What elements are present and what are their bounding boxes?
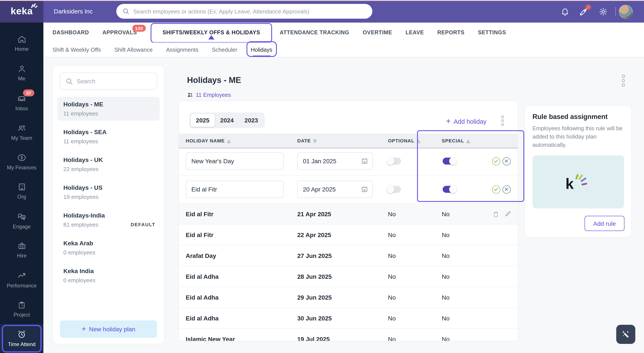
performance-icon: [17, 271, 26, 280]
page-title: Holidays - ME: [187, 76, 241, 85]
keka-logo[interactable]: keka: [0, 0, 44, 23]
brand-text: keka: [11, 6, 33, 17]
rule-panel-description: Employees following this rule will be ad…: [532, 125, 624, 149]
cancel-x-icon[interactable]: [502, 157, 511, 165]
holiday-plan-list: Holidays - ME 11 employees Holidays - SE…: [53, 97, 164, 287]
sidebar-item-project[interactable]: Project: [0, 294, 44, 324]
subtab-holidays[interactable]: Holidays: [250, 43, 272, 57]
employees-count-link[interactable]: 11 Employees: [187, 92, 231, 98]
sort-asc-icon: △: [466, 139, 470, 143]
sidebar-item-home[interactable]: Home: [0, 29, 44, 58]
subtab-scheduler[interactable]: Scheduler: [212, 43, 237, 57]
keka-k-logo: k: [564, 172, 592, 191]
edit-pencil-icon[interactable]: [504, 209, 512, 218]
time-attend-icon: [17, 329, 26, 339]
plan-item-holidays-india[interactable]: Holidays-India 81 employees DEFAULT: [57, 208, 160, 232]
settings-gear-icon[interactable]: [598, 7, 608, 17]
special-toggle-on[interactable]: [443, 186, 456, 193]
tab-leave[interactable]: LEAVE: [406, 30, 424, 36]
subtab-shift-allowance[interactable]: Shift Allowance: [114, 43, 152, 57]
table-row-edit-eid-al-fitr: 20 Apr 2025: [179, 175, 518, 204]
table-row[interactable]: Eid al Fitr 22 Apr 2025 No No: [179, 224, 518, 245]
table-row[interactable]: Eid al Adha 30 Jun 2025 No No: [179, 308, 518, 329]
project-icon: [17, 301, 26, 309]
rule-based-assignment-panel: Rule based assignment Employees followin…: [525, 105, 632, 237]
sidebar-item-hire[interactable]: Hire: [0, 235, 44, 265]
year-tab-2024[interactable]: 2024: [215, 114, 239, 127]
holiday-name-input[interactable]: [186, 181, 284, 198]
plan-item-holidays-sea[interactable]: Holidays - SEA 11 employees: [57, 125, 160, 149]
sidebar-item-my-finances[interactable]: $ My Finances: [0, 147, 44, 176]
global-search-input[interactable]: Search employees or actions (Ex: Apply L…: [116, 4, 372, 19]
year-tab-2025[interactable]: 2025: [190, 114, 215, 127]
holiday-date-input[interactable]: 01 Jan 2025: [297, 152, 373, 170]
tab-attendance-tracking[interactable]: ATTENDANCE TRACKING: [280, 30, 349, 36]
table-row[interactable]: Eid al Adha 29 Jun 2025 No No: [179, 287, 518, 308]
plan-item-keka-arab[interactable]: Keka Arab 0 employees: [57, 236, 160, 260]
sidebar-item-my-team[interactable]: My Team: [0, 117, 44, 147]
hire-icon: [17, 241, 26, 250]
cancel-x-icon[interactable]: [502, 185, 511, 194]
table-row[interactable]: Eid al Adha 28 Jun 2025 No No: [179, 266, 518, 287]
subtab-assignments[interactable]: Assignments: [166, 43, 198, 57]
tab-reports[interactable]: REPORTS: [437, 30, 464, 36]
holiday-date-input[interactable]: 20 Apr 2025: [297, 181, 373, 198]
table-row[interactable]: Islamic New Year 19 Jul 2025 No No: [179, 329, 518, 341]
holiday-name-input[interactable]: [186, 152, 284, 170]
engage-icon: [17, 212, 26, 221]
sidebar-item-time-attend[interactable]: Time Attend: [0, 324, 44, 352]
subtab-shift-weekly-offs[interactable]: Shift & Weekly Offs: [52, 43, 101, 57]
plans-search-input[interactable]: Search: [60, 73, 157, 90]
tab-shifts-weekly-offs-holidays[interactable]: SHIFTS/WEEKLY OFFS & HOLIDAYS: [156, 24, 266, 41]
org-icon: [17, 182, 26, 191]
plan-item-holidays-uk[interactable]: Holidays - UK 22 employees: [57, 152, 160, 176]
calendar-icon: [361, 186, 368, 193]
confirm-check-icon[interactable]: [492, 157, 500, 165]
optional-toggle-off[interactable]: [387, 186, 401, 193]
plans-search-placeholder: Search: [77, 78, 96, 85]
whats-new-rocket-icon[interactable]: [578, 7, 589, 17]
confirm-check-icon[interactable]: [492, 185, 500, 194]
new-holiday-plan-button[interactable]: + New holiday plan: [60, 320, 157, 338]
table-row[interactable]: Eid al Fitr 21 Apr 2025 No No: [179, 204, 518, 224]
sidebar: Home Me 37 Inbox My Team $ My Finances O…: [0, 23, 44, 353]
plan-item-holidays-me[interactable]: Holidays - ME 11 employees: [57, 97, 160, 121]
tab-approvals[interactable]: APPROVALS 120: [102, 30, 137, 36]
plan-options-kebab-menu[interactable]: [622, 75, 625, 86]
rocket-badge-dot: [586, 5, 590, 9]
tab-settings[interactable]: SETTINGS: [478, 30, 506, 36]
search-icon: [66, 78, 73, 85]
table-row[interactable]: Arafat Day 27 Jun 2025 No No: [179, 245, 518, 266]
column-header-date[interactable]: DATE▽: [297, 134, 316, 148]
optional-toggle-off[interactable]: [387, 158, 401, 165]
ai-assistant-wand-button[interactable]: [616, 325, 635, 344]
sort-asc-icon: △: [417, 139, 420, 143]
special-toggle-on[interactable]: [443, 158, 456, 165]
sidebar-item-engage[interactable]: Engage: [0, 206, 44, 235]
sidebar-item-performance[interactable]: Performance: [0, 265, 44, 294]
delete-trash-icon[interactable]: [491, 209, 500, 218]
sidebar-item-me[interactable]: Me: [0, 58, 44, 88]
table-options-kebab-menu[interactable]: [501, 116, 504, 126]
sort-asc-icon: △: [228, 139, 231, 143]
notifications-bell-icon[interactable]: [560, 7, 570, 17]
sidebar-item-inbox[interactable]: 37 Inbox: [0, 88, 44, 117]
tab-dashboard[interactable]: DASHBOARD: [52, 30, 89, 36]
app-window: keka Darksiders Inc Search employees or …: [0, 0, 644, 353]
plan-item-keka-india[interactable]: Keka India 0 employees: [57, 263, 160, 287]
plan-item-holidays-us[interactable]: Holidays - US 19 employees: [57, 180, 160, 204]
user-avatar[interactable]: [619, 5, 633, 19]
search-icon: [122, 8, 129, 15]
holidays-table-card: 2025 2024 2023 + Add holiday HOLIDAY NAM…: [178, 101, 518, 341]
table-row-edit-new-years-day: 01 Jan 2025: [179, 147, 518, 175]
column-header-special[interactable]: SPECIAL△: [442, 134, 470, 148]
column-header-optional[interactable]: OPTIONAL△: [388, 134, 420, 148]
user-icon: [17, 64, 26, 73]
column-header-holiday-name[interactable]: HOLIDAY NAME△: [186, 134, 230, 148]
sidebar-item-org[interactable]: Org: [0, 176, 44, 206]
add-rule-button[interactable]: Add rule: [584, 216, 624, 231]
year-tab-2023[interactable]: 2023: [239, 114, 264, 127]
tab-overtime[interactable]: OVERTIME: [363, 30, 392, 36]
year-toggle-group: 2025 2024 2023: [189, 113, 265, 128]
add-holiday-button[interactable]: + Add holiday: [446, 117, 486, 126]
